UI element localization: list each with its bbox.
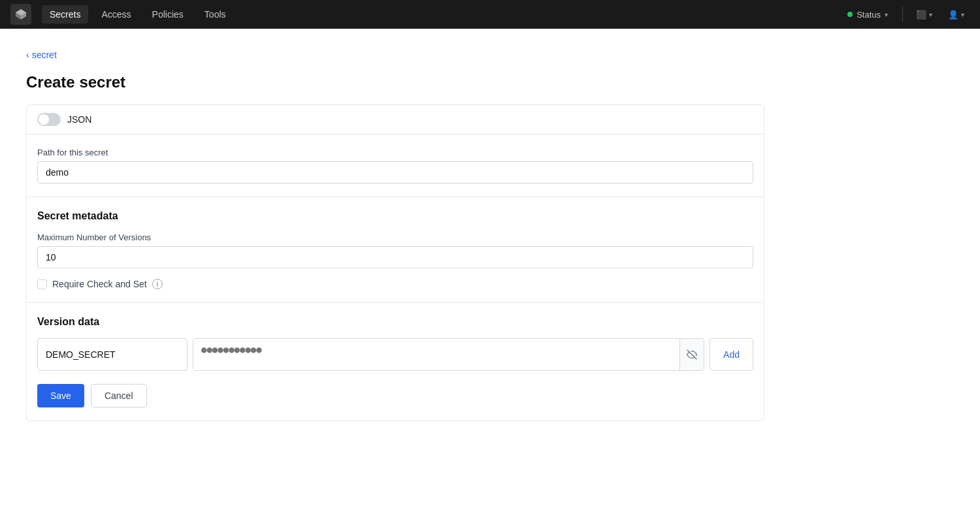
add-button[interactable]: Add — [710, 338, 753, 371]
path-section: Path for this secret — [27, 135, 764, 197]
nav-access[interactable]: Access — [93, 5, 139, 24]
chevron-down-icon-2: ▾ — [929, 11, 932, 18]
key-input[interactable] — [37, 338, 188, 371]
chevron-down-icon-3: ▾ — [961, 11, 964, 18]
eye-off-icon — [687, 349, 697, 360]
nav-policies[interactable]: Policies — [144, 5, 191, 24]
terminal-icon: ⬛ — [916, 10, 926, 20]
user-icon: 👤 — [948, 10, 958, 20]
require-cas-checkbox[interactable] — [37, 279, 47, 289]
vault-logo[interactable] — [10, 4, 31, 25]
json-toggle-label: JSON — [67, 114, 91, 125]
user-button[interactable]: 👤 ▾ — [943, 7, 970, 23]
breadcrumb[interactable]: ‹ secret — [26, 50, 836, 60]
status-button[interactable]: Status ▾ — [841, 7, 894, 23]
info-icon[interactable]: i — [152, 279, 163, 289]
version-data-title: Version data — [37, 316, 753, 328]
path-field-label: Path for this secret — [37, 148, 753, 157]
chevron-down-icon: ▾ — [885, 11, 888, 18]
main-content: ‹ secret Create secret JSON Path for thi… — [0, 29, 862, 442]
cancel-button[interactable]: Cancel — [91, 384, 147, 407]
navbar-divider — [902, 7, 903, 22]
breadcrumb-label: secret — [32, 50, 57, 60]
status-label: Status — [857, 10, 881, 20]
max-versions-label: Maximum Number of Versions — [37, 232, 753, 242]
secret-metadata-title: Secret metadata — [37, 210, 753, 222]
form-card: JSON Path for this secret Secret metadat… — [26, 104, 764, 421]
page-title: Create secret — [26, 73, 836, 91]
terminal-button[interactable]: ⬛ ▾ — [911, 7, 938, 23]
path-input[interactable] — [37, 161, 753, 183]
navbar-right: Status ▾ ⬛ ▾ 👤 ▾ — [841, 7, 970, 23]
version-data-row: Add — [37, 338, 753, 371]
nav-secrets[interactable]: Secrets — [42, 5, 88, 24]
status-indicator — [847, 12, 853, 17]
json-toggle-row: JSON — [27, 105, 764, 135]
secret-metadata-section: Secret metadata Maximum Number of Versio… — [27, 197, 764, 303]
navbar: Secrets Access Policies Tools Status ▾ ⬛… — [0, 0, 980, 29]
version-data-section: Version data Add Save — [27, 303, 764, 421]
save-button[interactable]: Save — [37, 384, 84, 407]
max-versions-input[interactable] — [37, 246, 753, 268]
action-row: Save Cancel — [37, 384, 753, 407]
breadcrumb-chevron: ‹ — [26, 50, 29, 60]
require-cas-row: Require Check and Set i — [37, 279, 753, 289]
value-input[interactable] — [193, 339, 679, 370]
value-input-wrapper — [193, 338, 704, 371]
toggle-knob — [39, 114, 49, 125]
nav-tools[interactable]: Tools — [197, 5, 234, 24]
toggle-visibility-button[interactable] — [679, 339, 704, 370]
require-cas-label: Require Check and Set — [52, 279, 147, 289]
json-toggle[interactable] — [37, 113, 61, 126]
